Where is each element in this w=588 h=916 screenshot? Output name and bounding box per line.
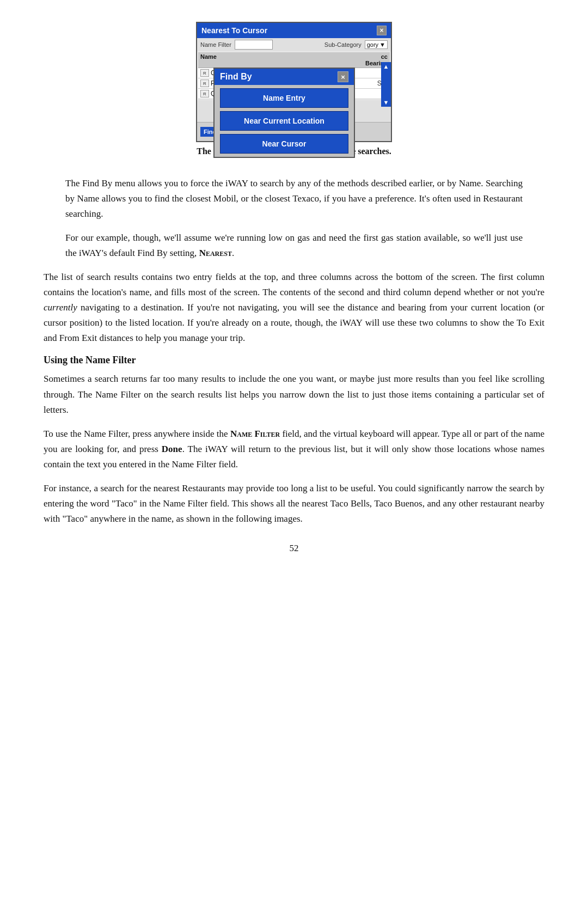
window-titlebar: Nearest To Cursor × [197,23,391,38]
currently-italic: currently [44,302,77,313]
paragraph-6: For instance, a search for the nearest R… [44,481,544,527]
name-entry-button[interactable]: Name Entry [220,88,348,108]
paragraph-1: The Find By menu allows you to force the… [65,176,523,222]
page-content: Nearest To Cursor × Name Filter Sub-Cate… [44,22,544,554]
bearing-scrollbar[interactable]: ▲ ▼ [381,62,391,107]
find-by-close-button[interactable]: × [338,71,348,82]
result-icon: R [200,80,209,87]
near-current-location-button[interactable]: Near Current Location [220,111,348,131]
nearest-to-cursor-window: Nearest To Cursor × Name Filter Sub-Cate… [196,22,392,142]
filter-bar: Name Filter Sub-Category gory ▼ [197,38,391,51]
nearest-small-caps: Nearest [199,248,232,258]
find-by-title: Find By [220,72,252,82]
find-by-dialog: Find By × Name Entry Near Current Locati… [213,68,355,158]
col-name-header: Name [200,53,360,66]
page-number: 52 [44,543,544,554]
find-by-titlebar: Find By × [215,69,354,85]
near-cursor-button[interactable]: Near Cursor [220,134,348,154]
done-bold: Done [162,444,182,454]
subcategory-label: Sub-Category [324,41,362,48]
result-icon: R [200,90,209,97]
paragraph-4: Sometimes a search returns far too many … [44,371,544,417]
dropdown-arrow-icon: ▼ [379,41,385,48]
results-wrapper: Name cc Bearing R Citg S R Phill [197,51,391,122]
results-header: Name cc Bearing [198,52,390,68]
paragraph-5: To use the Name Filter, press anywhere i… [44,426,544,472]
scroll-down-arrow[interactable]: ▼ [381,98,391,107]
window-close-button[interactable]: × [377,26,387,35]
name-filter-small-caps: Name Filter [230,429,280,439]
category-dropdown-value: gory [367,41,378,48]
scroll-up-arrow[interactable]: ▲ [381,62,391,71]
section-heading: Using the Name Filter [44,355,544,366]
category-dropdown[interactable]: gory ▼ [365,40,388,49]
result-icon: R [200,69,209,77]
screenshot-container: Nearest To Cursor × Name Filter Sub-Cate… [44,22,544,166]
paragraph-2: For our example, though, we'll assume we… [65,230,523,261]
paragraph-3: The list of search results contains two … [44,270,544,346]
window-title: Nearest To Cursor [201,26,267,35]
name-filter-input[interactable] [235,40,273,50]
name-filter-label: Name Filter [200,41,231,48]
